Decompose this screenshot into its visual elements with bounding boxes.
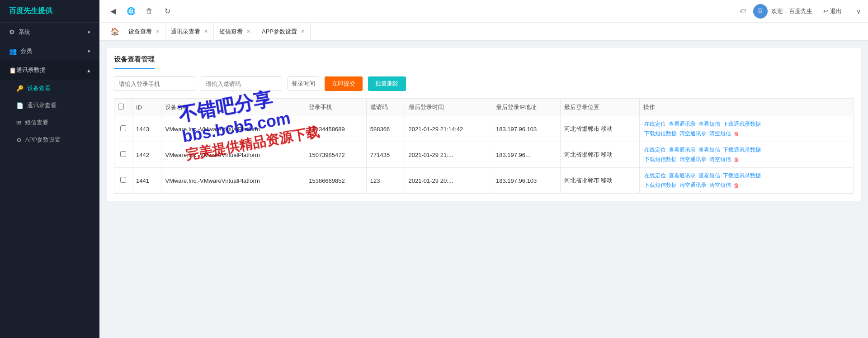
sidebar-contacts-label: 通讯录数据 bbox=[16, 66, 46, 74]
row-invite: 588366 bbox=[366, 116, 405, 142]
action-btn-5[interactable]: 清空通讯录 bbox=[679, 130, 707, 138]
tab-device[interactable]: 设备查看 ✕ bbox=[123, 23, 165, 41]
action-btn-1[interactable]: 查看通讯录 bbox=[669, 172, 696, 180]
tab-device-close[interactable]: ✕ bbox=[156, 29, 160, 34]
action-btn-1[interactable]: 查看通讯录 bbox=[669, 120, 696, 128]
batch-delete-button[interactable]: 批量删除 bbox=[368, 76, 406, 91]
contacts-view-label: 通讯录查看 bbox=[27, 101, 57, 109]
action-btn-6[interactable]: 清空短信 bbox=[709, 130, 731, 138]
topbar: ◀ 🌐 🗑 ↻ 🏷 百 欢迎，百度先生 ↩ 退出 ∨ bbox=[99, 0, 868, 23]
tab-sms-close[interactable]: ✕ bbox=[246, 29, 250, 34]
sidebar-item-member[interactable]: 👥 会员 ▾ bbox=[0, 42, 99, 61]
action-btn-2[interactable]: 查看短信 bbox=[698, 120, 720, 128]
system-arrow: ▾ bbox=[88, 29, 90, 35]
content-card: 设备查看管理 登录时间 立即提交 批量删除 ID 设备名称 登录手机 邀请码 bbox=[107, 48, 861, 201]
tab-app-params-close[interactable]: ✕ bbox=[301, 29, 305, 34]
action-btn-0[interactable]: 在线定位 bbox=[644, 146, 666, 154]
back-button[interactable]: ◀ bbox=[107, 5, 119, 18]
user-info[interactable]: 百 欢迎，百度先生 bbox=[753, 4, 812, 19]
row-phone: 15073985472 bbox=[305, 142, 367, 168]
row-location: 河北省邯郸市 移动 bbox=[560, 116, 639, 142]
table-row: 1443 VMware,Inc.-VMwareVirtualPlatform 1… bbox=[114, 116, 854, 142]
system-icon: ⚙ bbox=[9, 29, 15, 36]
filter-bar: 登录时间 立即提交 批量删除 bbox=[114, 76, 854, 91]
tab-contacts-close[interactable]: ✕ bbox=[204, 29, 208, 34]
delete-button[interactable]: 🗑 bbox=[143, 5, 156, 18]
row-checkbox[interactable] bbox=[120, 125, 126, 131]
th-checkbox bbox=[114, 99, 132, 116]
th-actions: 操作 bbox=[639, 99, 853, 116]
action-btn-3[interactable]: 下载通讯录数据 bbox=[723, 146, 761, 154]
avatar: 百 bbox=[753, 4, 768, 19]
row-ip: 183.197.96.103 bbox=[492, 116, 560, 142]
device-view-label: 设备查看 bbox=[27, 84, 51, 92]
tab-contacts[interactable]: 通讯录查看 ✕ bbox=[165, 23, 214, 41]
select-all-checkbox[interactable] bbox=[118, 104, 124, 109]
tab-contacts-label: 通讯录查看 bbox=[171, 28, 200, 36]
table-row: 1441 VMware,Inc.-VMwareVirtualPlatform 1… bbox=[114, 168, 854, 194]
member-icon: 👥 bbox=[9, 48, 17, 55]
logout-label: 退出 bbox=[830, 7, 842, 15]
sms-view-icon: ✉ bbox=[16, 119, 21, 126]
th-ip: 最后登录IP地址 bbox=[492, 99, 560, 116]
row-actions: 在线定位 查看通讯录 查看短信 下载通讯录数据 下载短信数据 清空通讯录 清空短… bbox=[639, 168, 853, 194]
sidebar-item-contacts-view[interactable]: 📄 通讯录查看 bbox=[0, 97, 99, 114]
row-location: 河北省邯郸市 移动 bbox=[560, 168, 639, 194]
welcome-text: 欢迎，百度先生 bbox=[771, 7, 812, 15]
action-btn-2[interactable]: 查看短信 bbox=[698, 146, 720, 154]
tabs-bar: 🏠 设备查看 ✕ 通讯录查看 ✕ 短信查看 ✕ APP参数设置 ✕ bbox=[99, 23, 868, 41]
action-btn-1[interactable]: 查看通讯录 bbox=[669, 146, 696, 154]
row-invite: 771435 bbox=[366, 142, 405, 168]
th-device: 设备名称 bbox=[161, 99, 305, 116]
th-last-login: 最后登录时间 bbox=[405, 99, 492, 116]
action-btn-3[interactable]: 下载通讯录数据 bbox=[723, 172, 761, 180]
submit-button[interactable]: 立即提交 bbox=[325, 76, 363, 91]
row-checkbox[interactable] bbox=[120, 177, 126, 183]
data-table: ID 设备名称 登录手机 邀请码 最后登录时间 最后登录IP地址 最后登录位置 … bbox=[114, 98, 854, 194]
row-phone: 13134458689 bbox=[305, 116, 367, 142]
refresh-button[interactable]: ↻ bbox=[161, 5, 174, 18]
sidebar-item-app-settings[interactable]: ⚙ APP参数设置 bbox=[0, 131, 99, 148]
action-btn-5[interactable]: 清空通讯录 bbox=[679, 181, 707, 189]
logout-button[interactable]: ↩ 退出 bbox=[820, 5, 845, 17]
action-btn-4[interactable]: 下载短信数据 bbox=[644, 130, 677, 138]
action-btn-0[interactable]: 在线定位 bbox=[644, 172, 666, 180]
action-btn-2[interactable]: 查看短信 bbox=[698, 172, 720, 180]
sms-view-label: 短信查看 bbox=[25, 119, 48, 127]
th-location: 最后登录位置 bbox=[560, 99, 639, 116]
action-btn-5[interactable]: 清空通讯录 bbox=[679, 156, 707, 163]
login-time-label: 登录时间 bbox=[288, 76, 319, 91]
row-actions: 在线定位 查看通讯录 查看短信 下载通讯录数据 下载短信数据 清空通讯录 清空短… bbox=[639, 116, 853, 142]
row-id: 1442 bbox=[132, 142, 161, 168]
th-phone: 登录手机 bbox=[305, 99, 367, 116]
action-trash-btn[interactable]: 🗑 bbox=[734, 131, 739, 137]
action-btn-3[interactable]: 下载通讯录数据 bbox=[723, 120, 761, 128]
action-btn-6[interactable]: 清空短信 bbox=[709, 181, 731, 189]
action-trash-btn[interactable]: 🗑 bbox=[734, 157, 739, 163]
sidebar-member-label: 会员 bbox=[20, 47, 32, 55]
sidebar-item-device-view[interactable]: 🔑 设备查看 bbox=[0, 80, 99, 97]
home-tab[interactable]: 🏠 bbox=[107, 27, 123, 36]
member-arrow: ▾ bbox=[88, 48, 90, 54]
th-id: ID bbox=[132, 99, 161, 116]
action-btn-4[interactable]: 下载短信数据 bbox=[644, 181, 677, 189]
row-ip: 183.197.96... bbox=[492, 142, 560, 168]
expand-icon[interactable]: ∨ bbox=[856, 8, 861, 15]
action-trash-btn[interactable]: 🗑 bbox=[734, 182, 739, 189]
row-last-login: 2021-01-29 21:... bbox=[405, 142, 492, 168]
action-btn-6[interactable]: 清空短信 bbox=[709, 156, 731, 163]
tab-app-params[interactable]: APP参数设置 ✕ bbox=[256, 23, 311, 41]
row-checkbox[interactable] bbox=[120, 151, 126, 157]
globe-button[interactable]: 🌐 bbox=[125, 5, 137, 18]
sidebar-item-sms-view[interactable]: ✉ 短信查看 bbox=[0, 114, 99, 131]
sidebar-logo: 百度先生提供 bbox=[0, 0, 99, 23]
logout-icon: ↩ bbox=[823, 8, 828, 14]
action-btn-0[interactable]: 在线定位 bbox=[644, 120, 666, 128]
sidebar-system-label: 系统 bbox=[19, 28, 30, 36]
sidebar-item-system[interactable]: ⚙ 系统 ▾ bbox=[0, 23, 99, 42]
phone-input[interactable] bbox=[114, 76, 195, 91]
invite-input[interactable] bbox=[201, 76, 282, 91]
tab-sms[interactable]: 短信查看 ✕ bbox=[214, 23, 256, 41]
action-btn-4[interactable]: 下载短信数据 bbox=[644, 156, 677, 163]
sidebar-item-contacts[interactable]: 📋 通讯录数据 ▴ bbox=[0, 61, 99, 80]
